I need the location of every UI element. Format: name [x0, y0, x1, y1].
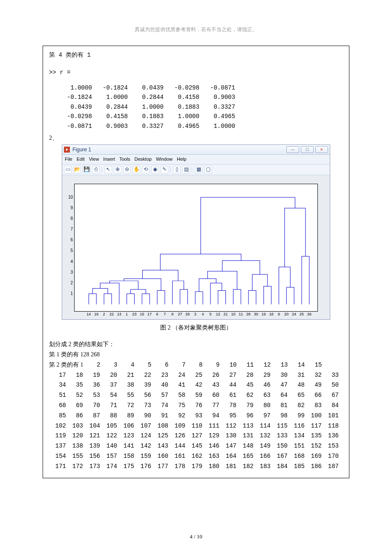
- num-cell: 104: [83, 421, 100, 431]
- x-leaf-label: 13: [117, 311, 121, 317]
- legend-icon[interactable]: ▤: [182, 166, 190, 173]
- num-cell: 179: [185, 462, 202, 472]
- num-cell: 29: [254, 370, 271, 381]
- num-cell: 87: [83, 411, 100, 421]
- new-file-icon[interactable]: ▭: [64, 166, 72, 173]
- num-cell: 156: [83, 451, 100, 462]
- zoom-in-icon[interactable]: ⊕: [114, 166, 121, 173]
- zoom-out-icon[interactable]: ⊖: [123, 166, 131, 173]
- num-cell: 54: [100, 390, 117, 401]
- r-correlation-matrix: 1.0000 -0.1824 0.0439 -0.0298 -0.0871 -0…: [49, 83, 343, 131]
- x-leaf-label: 19: [262, 311, 266, 317]
- num-cell: 10: [220, 360, 237, 370]
- minimize-button[interactable]: —: [286, 146, 299, 153]
- num-cell: 119: [49, 431, 66, 441]
- section-2-label: 2、: [49, 133, 343, 143]
- num-cell: 94: [202, 411, 219, 421]
- num-cell: 169: [305, 451, 322, 462]
- layout-icon[interactable]: ▦: [195, 166, 202, 173]
- num-cell: 154: [49, 451, 66, 462]
- num-cell: 48: [288, 380, 305, 390]
- pan-icon[interactable]: ✋: [133, 166, 140, 173]
- num-cell: 98: [271, 411, 288, 421]
- num-cell: 103: [66, 421, 83, 431]
- num-cell: 121: [83, 431, 100, 441]
- num-cell: 173: [83, 462, 100, 472]
- open-icon[interactable]: 📂: [73, 166, 81, 173]
- num-cell: 141: [117, 441, 134, 451]
- num-cell: 31: [288, 370, 305, 381]
- menu-insert[interactable]: Insert: [103, 156, 115, 163]
- num-cell: 129: [202, 431, 219, 441]
- num-cell: 35: [66, 380, 83, 390]
- num-cell: 37: [100, 380, 117, 390]
- num-cell: 143: [151, 441, 168, 451]
- num-cell: 66: [305, 390, 322, 401]
- x-leaf-label: 22: [110, 311, 114, 317]
- num-cell: 83: [305, 401, 322, 411]
- colorbar-icon[interactable]: ▯: [173, 166, 181, 173]
- num-cell: 131: [236, 431, 254, 441]
- num-cell: 177: [151, 462, 168, 472]
- num-cell: 40: [151, 380, 168, 390]
- num-cell: 51: [49, 390, 66, 401]
- menu-tools[interactable]: Tools: [119, 156, 130, 163]
- num-cell: 183: [254, 462, 271, 472]
- num-cell: 107: [134, 421, 151, 431]
- print-icon[interactable]: ⎙: [92, 166, 100, 173]
- num-cell: 148: [236, 441, 254, 451]
- menu-file[interactable]: File: [65, 156, 72, 163]
- class2-row: 3435363738394041424344454647484950: [49, 380, 343, 390]
- main-content-frame: 第 4 类的有 1 >> r = 1.0000 -0.1824 0.0439 -…: [43, 46, 349, 478]
- rotate-icon[interactable]: ⟲: [142, 166, 150, 173]
- brush-icon[interactable]: ✎: [161, 166, 168, 173]
- toolbar-separator: [170, 167, 171, 173]
- class2-row: 1711721731741751761771781791801811821831…: [49, 462, 343, 472]
- num-cell: 140: [100, 441, 117, 451]
- num-cell: 58: [168, 390, 185, 401]
- x-leaf-label: 24: [292, 311, 296, 317]
- num-cell: 57: [151, 390, 168, 401]
- menu-edit[interactable]: Edit: [77, 156, 85, 163]
- matlab-figure-window: Figure 1 — ☐ ✕ FileEditViewInsertToolsDe…: [62, 145, 330, 320]
- num-cell: 133: [271, 431, 288, 441]
- num-cell: 160: [151, 451, 168, 462]
- dendrogram-svg: [75, 184, 317, 311]
- menu-view[interactable]: View: [89, 156, 99, 163]
- menu-desktop[interactable]: Desktop: [135, 156, 152, 163]
- axes-icon[interactable]: ▢: [204, 166, 212, 173]
- num-cell: 7: [169, 360, 186, 370]
- x-leaf-label: 27: [178, 311, 182, 317]
- class2-row: 5152535455565758596061626364656667: [49, 390, 343, 401]
- num-cell: 74: [151, 401, 168, 411]
- class2-row: 1191201211221231241251261271291301311321…: [49, 431, 343, 441]
- num-cell: 34: [49, 380, 66, 390]
- x-leaf-label: 28: [246, 311, 251, 317]
- num-cell: 99: [288, 411, 305, 421]
- num-cell: 181: [219, 462, 236, 472]
- num-cell: 122: [100, 431, 117, 441]
- close-button[interactable]: ✕: [315, 146, 328, 153]
- save-icon[interactable]: 💾: [83, 166, 90, 173]
- matlab-app-icon: [64, 147, 70, 153]
- maximize-button[interactable]: ☐: [301, 146, 314, 153]
- y-tick: 1: [67, 290, 73, 297]
- num-cell: 95: [219, 411, 236, 421]
- num-cell: 2: [84, 360, 101, 370]
- menu-window[interactable]: Window: [156, 156, 173, 163]
- class2-row: 1541551561571581591601611621631641651661…: [49, 451, 343, 462]
- num-cell: 65: [288, 390, 305, 401]
- menu-help[interactable]: Help: [177, 156, 187, 163]
- num-cell: 11: [237, 360, 254, 370]
- num-cell: 75: [168, 401, 185, 411]
- num-cell: 136: [322, 431, 339, 441]
- toolbar-separator: [101, 167, 103, 173]
- class2-row: 第 2 类的有 123456789101112131415: [49, 360, 343, 370]
- num-cell: 111: [202, 421, 219, 431]
- datatip-icon[interactable]: ◉: [151, 166, 159, 173]
- num-cell: 125: [151, 431, 168, 441]
- num-cell: 45: [236, 380, 254, 390]
- pointer-icon[interactable]: ↖: [104, 166, 112, 173]
- num-cell: 62: [236, 390, 254, 401]
- num-cell: 130: [219, 431, 236, 441]
